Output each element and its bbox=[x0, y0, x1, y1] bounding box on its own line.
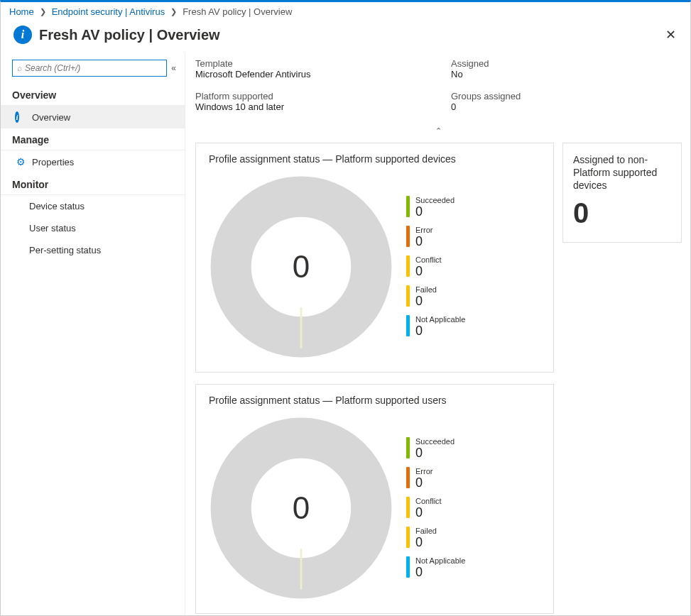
nav-item-overview[interactable]: i Overview bbox=[1, 106, 185, 128]
search-icon: ⌕ bbox=[17, 63, 22, 73]
legend-label: Failed bbox=[415, 527, 437, 535]
metadata-grid: Template Microsoft Defender Antivirus As… bbox=[195, 58, 682, 122]
meta-platform-label: Platform supported bbox=[195, 91, 451, 101]
legend-color-bar bbox=[406, 437, 410, 458]
legend-item: Error0 bbox=[406, 226, 465, 248]
breadcrumb-l1[interactable]: Endpoint security | Antivirus bbox=[52, 6, 165, 17]
nav-section-manage: Manage bbox=[1, 128, 185, 150]
breadcrumb: Home ❯ Endpoint security | Antivirus ❯ F… bbox=[1, 2, 690, 21]
collapse-metadata-button[interactable]: ⌃ bbox=[195, 126, 682, 136]
legend-item: Not Applicable0 bbox=[406, 315, 465, 338]
legend-item: Conflict0 bbox=[406, 255, 465, 278]
meta-assigned-value: No bbox=[451, 69, 682, 79]
donut-center-value: 0 bbox=[209, 416, 393, 600]
legend-color-bar bbox=[406, 497, 410, 518]
legend-value: 0 bbox=[415, 565, 465, 579]
chevron-right-icon: ❯ bbox=[170, 7, 177, 16]
card-users-status: Profile assignment status — Platform sup… bbox=[195, 384, 554, 614]
search-box[interactable]: ⌕ bbox=[12, 60, 167, 77]
legend-item: Error0 bbox=[406, 467, 465, 490]
page-header: i Fresh AV policy | Overview ✕ bbox=[1, 21, 690, 53]
legend-value: 0 bbox=[415, 204, 455, 219]
legend-label: Failed bbox=[415, 285, 437, 294]
chevron-right-icon: ❯ bbox=[40, 7, 46, 16]
meta-groups-value: 0 bbox=[451, 101, 682, 112]
body: ⌕ « Overview i Overview Manage ⚙ Propert… bbox=[1, 53, 690, 615]
legend-color-bar bbox=[406, 196, 410, 217]
legend-label: Succeeded bbox=[415, 437, 455, 446]
nav-item-label: Overview bbox=[32, 112, 70, 123]
legend-item: Conflict0 bbox=[406, 497, 465, 519]
legend-color-bar bbox=[406, 285, 410, 307]
nav-item-label: User status bbox=[29, 223, 76, 233]
legend-label: Conflict bbox=[415, 255, 442, 264]
legend-value: 0 bbox=[415, 535, 437, 549]
legend-value: 0 bbox=[415, 475, 432, 490]
legend-value: 0 bbox=[415, 505, 442, 519]
nav-item-properties[interactable]: ⚙ Properties bbox=[1, 150, 185, 173]
nav-item-per-setting-status[interactable]: Per-setting status bbox=[1, 239, 185, 261]
meta-groups-label: Groups assigned bbox=[451, 91, 682, 101]
legend-devices: Succeeded0Error0Conflict0Failed0Not Appl… bbox=[406, 196, 465, 338]
legend-value: 0 bbox=[415, 294, 437, 308]
legend-item: Failed0 bbox=[406, 285, 465, 308]
page-title: Fresh AV policy | Overview bbox=[39, 27, 660, 43]
legend-value: 0 bbox=[415, 324, 465, 338]
legend-color-bar bbox=[406, 226, 410, 247]
legend-users: Succeeded0Error0Conflict0Failed0Not Appl… bbox=[406, 437, 465, 579]
content-row: Profile assignment status — Platform sup… bbox=[195, 143, 682, 614]
nav-item-label: Properties bbox=[32, 157, 74, 167]
legend-value: 0 bbox=[415, 234, 432, 248]
info-icon: i bbox=[15, 111, 19, 123]
meta-template-label: Template bbox=[195, 58, 451, 69]
legend-item: Not Applicable0 bbox=[406, 556, 465, 579]
card-devices-status: Profile assignment status — Platform sup… bbox=[195, 143, 554, 373]
meta-platform-value: Windows 10 and later bbox=[195, 101, 451, 112]
donut-center-value: 0 bbox=[209, 175, 393, 359]
meta-template-value: Microsoft Defender Antivirus bbox=[195, 69, 451, 79]
legend-value: 0 bbox=[415, 264, 442, 278]
cards-column: Profile assignment status — Platform sup… bbox=[195, 143, 554, 614]
legend-label: Not Applicable bbox=[415, 315, 465, 324]
nav-item-device-status[interactable]: Device status bbox=[1, 195, 185, 217]
search-row: ⌕ « bbox=[1, 60, 185, 84]
nav-item-label: Per-setting status bbox=[29, 245, 101, 255]
sidebar: ⌕ « Overview i Overview Manage ⚙ Propert… bbox=[1, 53, 185, 615]
legend-color-bar bbox=[406, 467, 410, 488]
card-non-platform-devices: Assigned to non-Platform supported devic… bbox=[562, 143, 682, 243]
sliders-icon: ⚙ bbox=[16, 156, 26, 167]
side-card-title: Assigned to non-Platform supported devic… bbox=[573, 153, 671, 192]
donut-chart-devices: 0 bbox=[209, 175, 393, 359]
side-card-value: 0 bbox=[573, 197, 671, 229]
legend-label: Not Applicable bbox=[415, 556, 465, 565]
card-title: Profile assignment status — Platform sup… bbox=[209, 153, 540, 165]
nav-item-label: Device status bbox=[29, 201, 85, 211]
main-content: Template Microsoft Defender Antivirus As… bbox=[185, 53, 690, 615]
collapse-sidebar-button[interactable]: « bbox=[170, 63, 178, 73]
card-title: Profile assignment status — Platform sup… bbox=[209, 395, 540, 406]
nav-section-monitor: Monitor bbox=[1, 173, 185, 195]
breadcrumb-current: Fresh AV policy | Overview bbox=[183, 6, 292, 17]
legend-color-bar bbox=[406, 255, 410, 277]
legend-item: Failed0 bbox=[406, 527, 465, 549]
legend-color-bar bbox=[406, 556, 410, 578]
nav-item-user-status[interactable]: User status bbox=[1, 217, 185, 239]
legend-label: Error bbox=[415, 467, 432, 475]
close-button[interactable]: ✕ bbox=[660, 24, 682, 45]
nav-section-overview: Overview bbox=[1, 84, 185, 106]
donut-chart-users: 0 bbox=[209, 416, 393, 600]
legend-color-bar bbox=[406, 527, 410, 548]
legend-label: Conflict bbox=[415, 497, 442, 505]
legend-color-bar bbox=[406, 315, 410, 336]
legend-item: Succeeded0 bbox=[406, 196, 465, 219]
meta-assigned-label: Assigned bbox=[451, 58, 682, 69]
legend-value: 0 bbox=[415, 446, 455, 460]
search-input[interactable] bbox=[25, 63, 162, 73]
info-icon: i bbox=[13, 26, 32, 44]
legend-label: Succeeded bbox=[415, 196, 455, 204]
app-root: Home ❯ Endpoint security | Antivirus ❯ F… bbox=[0, 0, 691, 616]
breadcrumb-home[interactable]: Home bbox=[9, 6, 34, 17]
legend-label: Error bbox=[415, 226, 432, 234]
legend-item: Succeeded0 bbox=[406, 437, 465, 460]
